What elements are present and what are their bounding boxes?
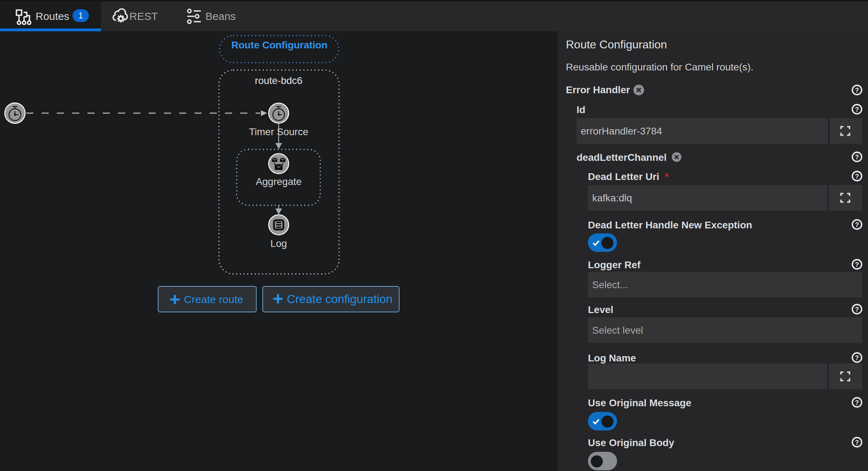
svg-text:?: ? [855, 154, 859, 161]
svg-text:?: ? [855, 106, 859, 113]
svg-text:?: ? [855, 399, 859, 406]
svg-text:?: ? [855, 439, 859, 446]
svg-text:?: ? [855, 261, 859, 268]
svg-text:?: ? [855, 354, 859, 361]
svg-text:?: ? [855, 221, 859, 228]
svg-text:?: ? [855, 173, 859, 180]
svg-text:?: ? [855, 306, 859, 313]
svg-text:?: ? [855, 86, 859, 94]
